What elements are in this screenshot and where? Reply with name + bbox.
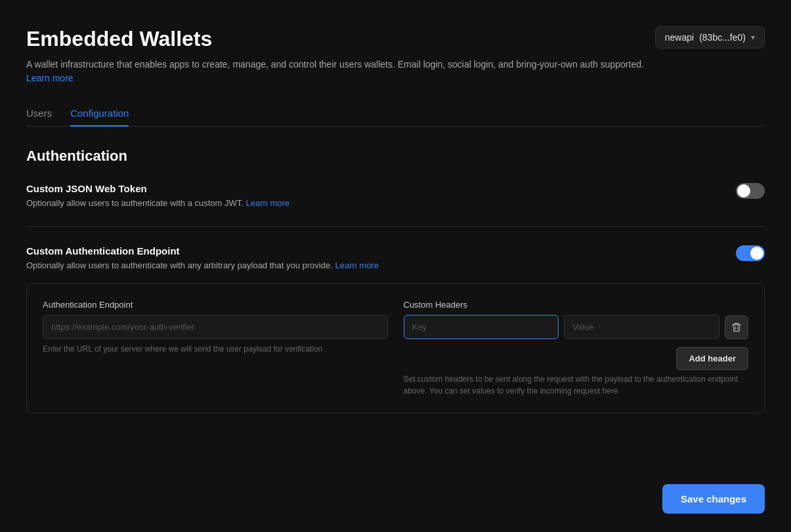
auth-endpoint-label: Authentication Endpoint (43, 300, 388, 310)
chevron-down-icon: ▾ (751, 33, 755, 42)
custom-jwt-desc: Optionally allow users to authenticate w… (26, 198, 289, 208)
project-id: (83bc...fe0) (699, 32, 746, 43)
custom-auth-toggle[interactable] (736, 245, 765, 261)
custom-headers-label: Custom Headers (404, 300, 749, 310)
trash-icon (731, 322, 742, 333)
section-title: Authentication (26, 148, 765, 165)
tab-users[interactable]: Users (26, 101, 52, 127)
delete-header-button[interactable] (725, 316, 748, 339)
endpoint-box: Authentication Endpoint Enter the URL of… (26, 283, 765, 413)
auth-endpoint-field: Authentication Endpoint Enter the URL of… (43, 300, 388, 397)
add-header-button[interactable]: Add header (676, 347, 748, 370)
headers-description: Set custom headers to be sent along the … (404, 373, 749, 397)
project-selector[interactable]: newapi (83bc...fe0) ▾ (655, 26, 765, 49)
save-changes-button[interactable]: Save changes (662, 484, 765, 514)
custom-jwt-row: Custom JSON Web Token Optionally allow u… (26, 183, 765, 227)
custom-auth-endpoint-title: Custom Authentication Endpoint (26, 245, 379, 256)
custom-auth-endpoint-desc: Optionally allow users to authenticate w… (26, 260, 379, 270)
key-input[interactable] (404, 315, 559, 339)
custom-jwt-toggle[interactable] (736, 183, 765, 199)
page-title: Embedded Wallets (26, 26, 655, 51)
auth-endpoint-input[interactable] (43, 315, 388, 339)
tabs: Users Configuration (26, 101, 765, 127)
page-learn-more-link[interactable]: Learn more (26, 73, 74, 83)
auth-endpoint-hint: Enter the URL of your server where we wi… (43, 344, 388, 354)
custom-auth-endpoint-row: Custom Authentication Endpoint Optionall… (26, 245, 765, 270)
custom-jwt-title: Custom JSON Web Token (26, 183, 289, 194)
custom-jwt-learn-more[interactable]: Learn more (246, 198, 289, 208)
value-input[interactable] (564, 315, 719, 339)
custom-auth-endpoint-learn-more[interactable]: Learn more (335, 260, 378, 270)
auth-section: Authentication Custom JSON Web Token Opt… (26, 148, 765, 413)
tab-configuration[interactable]: Configuration (70, 101, 129, 127)
project-name: newapi (665, 32, 694, 43)
custom-headers-inputs (404, 315, 749, 339)
page-description: A wallet infrastructure that enables app… (26, 58, 655, 85)
custom-headers-field: Custom Headers Add header Set custom hea… (404, 300, 749, 397)
